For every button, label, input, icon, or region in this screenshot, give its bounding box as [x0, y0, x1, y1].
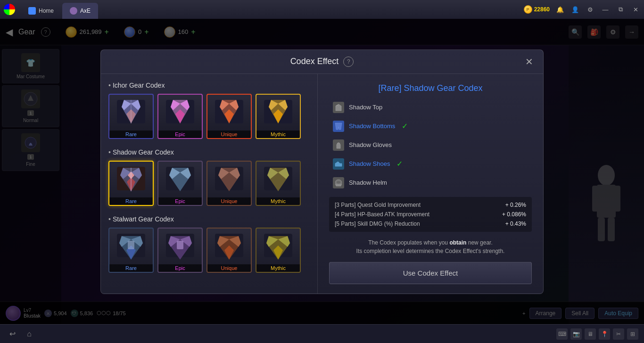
bonus-label-1: [3 Parts] Quest Gold Improvement: [335, 202, 421, 208]
gloves-name: Shadow Gloves: [349, 141, 392, 148]
profile-btn[interactable]: 👤: [570, 5, 580, 14]
tab-axe[interactable]: AxE: [62, 3, 98, 19]
stalwart-rare-item[interactable]: Rare: [108, 228, 154, 273]
ichor-unique-item[interactable]: Unique: [206, 94, 252, 139]
stalwart-epic-item[interactable]: Epic: [157, 228, 203, 273]
shadow-rare-art: [109, 162, 153, 196]
codex-section-shadow: Shadow Gear Codex: [108, 148, 310, 206]
codex-list-panel: Ichor Gear Codex: [101, 74, 318, 294]
modal-help-button[interactable]: ?: [343, 57, 354, 67]
use-codex-effect-button[interactable]: Use Codex Effect: [329, 262, 532, 284]
shadow-epic-art: [158, 162, 202, 196]
ichor-rare-item[interactable]: Rare: [108, 94, 154, 139]
stalwart-mythic-item[interactable]: Mythic: [256, 228, 301, 273]
shadow-epic-item[interactable]: Epic: [157, 161, 203, 206]
modal-close-button[interactable]: ✕: [522, 55, 536, 68]
top-icon: [333, 102, 344, 113]
taskbar: ↩ ⌂ ⌨ 📷 🖥 📍 ✂ ⊞: [0, 324, 644, 343]
svg-rect-19: [128, 241, 134, 249]
taskbar-camera-icon[interactable]: 📷: [570, 328, 582, 340]
modal-overlay: Codex Effect ? ✕ Ichor Gear Codex: [0, 19, 644, 324]
bonus-row-1: [3 Parts] Quest Gold Improvement + 0.26%: [335, 202, 526, 208]
gear-part-gloves: Shadow Gloves: [329, 138, 532, 153]
bonus-label-3: [5 Parts] Skill DMG (%) Reduction: [335, 220, 420, 227]
stalwart-title-text: Stalwart Gear Codex: [113, 215, 174, 223]
codex-section-ichor: Ichor Gear Codex: [108, 82, 310, 139]
top-name: Shadow Top: [349, 104, 382, 111]
ichor-mythic-art: [256, 95, 300, 129]
titlebar: Home AxE P 22860 🔔 👤 ⚙ — ⧉ ✕: [0, 0, 644, 19]
stalwart-unique-label: Unique: [207, 264, 251, 272]
notification-btn[interactable]: 🔔: [555, 5, 565, 14]
codex-detail-panel: [Rare] Shadow Gear Codex Shadow To: [318, 74, 543, 294]
taskbar-location-icon[interactable]: 📍: [599, 328, 610, 340]
taskbar-scissors-icon[interactable]: ✂: [613, 328, 624, 340]
shadow-mythic-item[interactable]: Mythic: [256, 161, 301, 206]
ichor-epic-item[interactable]: Epic: [157, 94, 203, 139]
stalwart-items-row: Rare: [108, 228, 310, 273]
shadow-section-title: Shadow Gear Codex: [108, 148, 310, 156]
tab-home[interactable]: Home: [21, 3, 61, 19]
codex-section-stalwart: Stalwart Gear Codex: [108, 215, 310, 273]
shoes-name: Shadow Shoes: [349, 160, 390, 167]
bottoms-icon: [333, 121, 344, 132]
taskbar-screen-icon[interactable]: 🖥: [585, 328, 596, 340]
shadow-mythic-label: Mythic: [256, 197, 300, 205]
ichor-rare-label: Rare: [109, 131, 153, 138]
ichor-items-row: Rare: [108, 94, 310, 139]
coin-icon: P: [524, 5, 532, 14]
helm-name: Shadow Helm: [349, 179, 387, 186]
bonus-value-3: + 0.43%: [505, 220, 526, 227]
gear-part-helm: Shadow Helm: [329, 175, 532, 190]
bottoms-name: Shadow Bottoms: [349, 122, 395, 130]
modal-title: Codex Effect: [290, 57, 339, 66]
info-text-bold: obtain: [449, 239, 466, 246]
shoes-icon: [333, 158, 344, 170]
taskbar-home-button[interactable]: ⌂: [23, 327, 36, 341]
game-area: ◀ Gear ? 261,989 + 0 + 160 + 🔍 🎒 ⚙ → 👕 M…: [0, 19, 644, 324]
home-tab-label: Home: [39, 8, 54, 14]
stalwart-unique-item[interactable]: Unique: [206, 228, 252, 273]
shadow-unique-item[interactable]: Unique: [206, 161, 252, 206]
helm-icon: [333, 177, 344, 188]
shadow-title-text: Shadow Gear Codex: [113, 148, 174, 156]
taskbar-layout-icon[interactable]: ⊞: [627, 328, 638, 340]
info-text-before: The Codex populates when you: [368, 239, 449, 246]
shadow-unique-art: [207, 162, 251, 196]
stalwart-section-title: Stalwart Gear Codex: [108, 215, 310, 223]
bonus-section: [3 Parts] Quest Gold Improvement + 0.26%…: [329, 197, 532, 232]
shadow-unique-label: Unique: [207, 197, 251, 205]
svg-point-25: [337, 181, 340, 184]
stalwart-rare-art: [109, 229, 153, 262]
titlebar-tabs: Home AxE: [21, 0, 98, 19]
ichor-rare-art: [109, 95, 153, 129]
stalwart-epic-art: [158, 229, 202, 262]
ichor-epic-art: [158, 95, 202, 129]
taskbar-back-button[interactable]: ↩: [6, 327, 19, 341]
bonus-label-2: [4 Parts] HP-Based ATK Improvement: [335, 211, 429, 218]
taskbar-right: ⌨ 📷 🖥 📍 ✂ ⊞: [556, 328, 638, 340]
taskbar-keyboard-icon[interactable]: ⌨: [556, 328, 568, 340]
bonus-row-3: [5 Parts] Skill DMG (%) Reduction + 0.43…: [335, 220, 526, 227]
bluestacks-logo: [4, 4, 15, 15]
ichor-unique-label: Unique: [207, 131, 251, 138]
stalwart-epic-label: Epic: [158, 264, 202, 272]
modal-body: Ichor Gear Codex: [101, 74, 543, 294]
axe-tab-icon: [70, 7, 77, 15]
stalwart-mythic-label: Mythic: [256, 264, 300, 272]
coins-amount: 22860: [534, 6, 550, 13]
restore-btn[interactable]: ⧉: [616, 5, 625, 14]
ichor-mythic-item[interactable]: Mythic: [256, 94, 301, 139]
minimize-btn[interactable]: —: [601, 5, 610, 14]
shoes-check: ✓: [396, 159, 403, 168]
modal-header: Codex Effect ? ✕: [101, 50, 543, 74]
svg-rect-21: [177, 241, 183, 249]
ichor-title-text: Ichor Gear Codex: [113, 82, 165, 89]
home-tab-icon: [28, 7, 36, 15]
coins-display: P 22860: [524, 5, 550, 14]
close-btn[interactable]: ✕: [631, 5, 640, 14]
settings-btn[interactable]: ⚙: [586, 5, 595, 14]
shadow-rare-item[interactable]: Rare: [108, 161, 154, 206]
stalwart-mythic-art: [256, 229, 300, 262]
gloves-icon: [333, 139, 344, 151]
